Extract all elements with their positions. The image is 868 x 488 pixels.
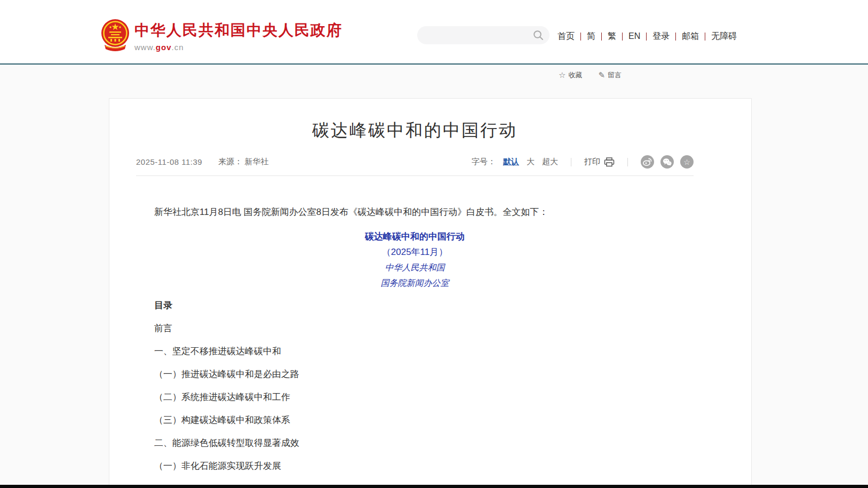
search-icon	[533, 30, 544, 41]
print-button[interactable]: 打印	[584, 157, 615, 167]
nav-item-login[interactable]: 登录	[652, 31, 670, 42]
national-emblem-logo[interactable]	[100, 18, 130, 53]
article-container: 碳达峰碳中和的中国行动 2025-11-08 11:39 来源： 新华社 字号：…	[109, 98, 752, 488]
star-icon: ☆	[559, 70, 566, 80]
article-source: 来源： 新华社	[218, 157, 268, 167]
url-gov: gov	[156, 43, 172, 52]
toc-item: 一、坚定不移推进碳达峰碳中和	[136, 345, 694, 358]
quick-bar: ☆ 收藏 ✎ 留言	[559, 70, 622, 80]
article-body: 新华社北京11月8日电 国务院新闻办公室8日发布《碳达峰碳中和的中国行动》白皮书…	[136, 206, 694, 473]
article-meta-row: 2025-11-08 11:39 来源： 新华社 字号： 默认 大 超大 打印	[136, 155, 694, 176]
site-header: 中华人民共和国中央人民政府 www.gov.cn 首页 简 繁 EN 登录 邮箱…	[0, 0, 868, 65]
nav-separator	[601, 33, 602, 41]
document-issuer-line2: 国务院新闻办公室	[136, 275, 694, 291]
article-title: 碳达峰碳中和的中国行动	[136, 119, 694, 141]
article-source-value: 新华社	[244, 157, 268, 166]
search-button[interactable]	[532, 29, 544, 41]
share-wechat-button[interactable]	[660, 155, 674, 169]
toc-item: （三）构建碳达峰碳中和政策体系	[136, 414, 694, 427]
nav-separator	[675, 33, 676, 41]
search-box	[417, 26, 550, 44]
message-button[interactable]: ✎ 留言	[598, 70, 622, 80]
site-title[interactable]: 中华人民共和国中央人民政府	[134, 21, 343, 39]
search-input[interactable]	[426, 31, 532, 39]
nav-item-mail[interactable]: 邮箱	[682, 31, 699, 42]
document-issuer-line1: 中华人民共和国	[136, 260, 694, 275]
font-size-default[interactable]: 默认	[503, 157, 519, 167]
wechat-icon	[663, 158, 672, 166]
url-www: www.	[134, 43, 156, 52]
font-size-xlarge[interactable]: 超大	[542, 157, 558, 167]
toc-item: 前言	[136, 322, 694, 335]
article-source-label: 来源：	[218, 157, 242, 166]
weibo-icon	[643, 158, 652, 166]
document-heading-block: 碳达峰碳中和的中国行动 （2025年11月） 中华人民共和国 国务院新闻办公室	[136, 229, 694, 291]
article-meta-right: 字号： 默认 大 超大 打印	[472, 155, 694, 169]
article-meta-left: 2025-11-08 11:39 来源： 新华社	[136, 157, 268, 167]
brand-block: 中华人民共和国中央人民政府 www.gov.cn	[134, 21, 343, 52]
nav-separator	[580, 33, 581, 41]
article-date: 2025-11-08 11:39	[136, 157, 202, 166]
pencil-icon: ✎	[598, 70, 605, 80]
top-nav: 首页 简 繁 EN 登录 邮箱 无障碍	[558, 30, 737, 42]
nav-item-home[interactable]: 首页	[558, 31, 575, 42]
message-label: 留言	[608, 70, 622, 80]
article-paragraph-intro: 新华社北京11月8日电 国务院新闻办公室8日发布《碳达峰碳中和的中国行动》白皮书…	[136, 206, 694, 219]
nav-separator	[622, 33, 623, 41]
share-more-button[interactable]: ☆	[680, 155, 694, 169]
font-size-large[interactable]: 大	[527, 157, 535, 167]
toc-item: （一）推进碳达峰碳中和是必由之路	[136, 368, 694, 381]
share-weibo-button[interactable]	[641, 155, 654, 169]
font-size-label: 字号：	[472, 157, 496, 167]
toc-item: 二、能源绿色低碳转型取得显著成效	[136, 437, 694, 450]
print-label: 打印	[584, 157, 600, 167]
nav-separator	[705, 33, 705, 41]
meta-separator	[571, 158, 571, 166]
nav-item-simplified[interactable]: 简	[587, 31, 595, 42]
document-title: 碳达峰碳中和的中国行动	[136, 229, 694, 244]
share-group: ☆	[641, 155, 694, 169]
bottom-bar	[0, 485, 868, 488]
favorite-label: 收藏	[568, 70, 582, 80]
nav-item-accessibility[interactable]: 无障碍	[711, 31, 737, 42]
toc-item: （二）系统推进碳达峰碳中和工作	[136, 391, 694, 404]
nav-item-traditional[interactable]: 繁	[608, 31, 616, 42]
national-emblem-icon	[100, 18, 130, 53]
url-cn: .cn	[172, 43, 184, 52]
site-url: www.gov.cn	[134, 43, 343, 52]
toc-heading: 目录	[136, 299, 694, 312]
printer-icon	[604, 157, 615, 167]
document-date: （2025年11月）	[136, 244, 694, 260]
meta-separator	[627, 158, 628, 166]
toc-item: （一）非化石能源实现跃升发展	[136, 460, 694, 473]
favorite-button[interactable]: ☆ 收藏	[559, 70, 582, 80]
nav-separator	[646, 33, 647, 41]
share-star-icon: ☆	[683, 158, 690, 166]
nav-item-english[interactable]: EN	[628, 31, 640, 41]
